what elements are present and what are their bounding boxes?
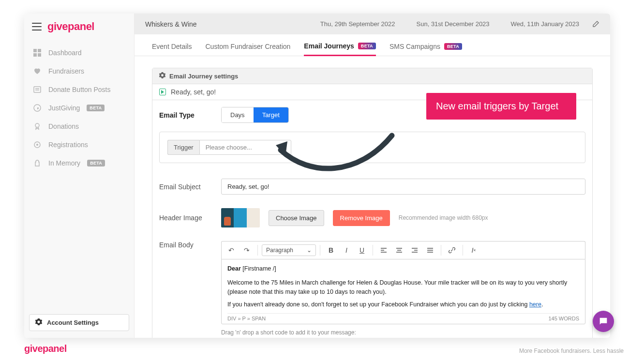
remove-image-button[interactable]: Remove Image [333, 210, 390, 226]
account-settings-button[interactable]: Account Settings [29, 314, 129, 331]
sidebar: givepanel Dashboard Fundraisers Donate B… [24, 14, 135, 338]
sidebar-item-label: Fundraisers [48, 67, 84, 75]
sidebar-item-dashboard[interactable]: Dashboard [24, 44, 134, 62]
align-right-icon[interactable] [408, 243, 421, 257]
gear-icon [35, 318, 42, 327]
date-1: Thu, 29th September 2022 [320, 20, 395, 28]
toolbar-separator [320, 245, 320, 256]
paragraph-select[interactable]: Paragraph⌄ [262, 244, 316, 256]
sidebar-item-registrations[interactable]: Registrations [24, 136, 134, 154]
topbar: Whiskers & Wine Thu, 29th September 2022… [135, 14, 610, 34]
svg-point-8 [35, 123, 39, 127]
subject-input[interactable] [221, 179, 585, 195]
page-footer: givepanel More Facebook fundraisers. Les… [24, 343, 624, 354]
email-body-row: Email Body ↶ ↷ Paragraph⌄ B I U [152, 234, 592, 338]
main: Whiskers & Wine Thu, 29th September 2022… [135, 14, 610, 338]
chat-icon [598, 316, 609, 327]
toolbar-separator [441, 245, 441, 256]
undo-icon[interactable]: ↶ [225, 243, 238, 257]
sidebar-item-donations[interactable]: Donations [24, 117, 134, 136]
align-left-icon[interactable] [377, 243, 390, 257]
link-icon[interactable] [445, 243, 459, 257]
tab-event-details[interactable]: Event Details [152, 42, 192, 56]
date-3: Wed, 11th January 2023 [511, 20, 579, 28]
salutation-prefix: Dear [227, 265, 242, 272]
panel-title: Email Journey settings [169, 73, 238, 80]
justgiving-icon [33, 104, 42, 112]
hamburger-icon[interactable] [32, 23, 42, 30]
svg-rect-3 [38, 53, 41, 57]
email-type-days-button[interactable]: Days [222, 107, 254, 122]
trigger-select-value: Please choose... [206, 144, 252, 151]
trigger-box: Trigger Please choose... [159, 132, 585, 163]
svg-rect-2 [33, 53, 37, 57]
post-icon [33, 85, 42, 94]
panel-header: Email Journey settings [152, 68, 592, 84]
sidebar-item-label: Donations [48, 122, 79, 130]
tab-custom-fundraiser-creation[interactable]: Custom Fundraiser Creation [205, 42, 290, 56]
bold-icon[interactable]: B [324, 243, 338, 257]
heart-icon [33, 67, 42, 76]
shortcodes-list[interactable]: [Firstname /][Lastname /][Email /][Event… [221, 338, 585, 338]
toolbar-separator [257, 245, 258, 256]
paragraph-select-label: Paragraph [266, 247, 293, 254]
italic-icon[interactable]: I [340, 243, 353, 257]
tab-label: Custom Fundraiser Creation [205, 43, 290, 50]
beta-badge: BETA [87, 160, 105, 166]
medal-icon [33, 122, 42, 131]
brand-logo: givepanel [47, 20, 94, 33]
target-icon [33, 140, 42, 149]
tab-email-journeys[interactable]: Email Journeys BETA [304, 42, 376, 56]
email-type-target-button[interactable]: Target [254, 107, 288, 122]
date-2: Sun, 31st December 2023 [417, 20, 490, 28]
tab-label: Event Details [152, 43, 192, 50]
editor-link-here[interactable]: here [529, 301, 541, 308]
topbar-dates: Thu, 29th September 2022 Sun, 31st Decem… [320, 20, 579, 28]
tab-sms-campaigns[interactable]: SMS Campaigns BETA [389, 42, 462, 56]
footer-tagline: More Facebook fundraisers. Less hassle [519, 348, 624, 354]
sidebar-item-justgiving[interactable]: JustGiving BETA [24, 99, 134, 117]
trigger-select[interactable]: Please choose... [199, 140, 291, 155]
subject-row: Email Subject [152, 172, 592, 201]
clear-format-icon[interactable]: I× [467, 243, 480, 257]
beta-badge: BETA [444, 43, 462, 50]
editor-paragraph-2: If you haven't already done so, don't fo… [227, 300, 579, 309]
editor-body[interactable]: Dear [Firstname /] Welcome to the 75 Mil… [221, 259, 585, 324]
choose-image-button[interactable]: Choose Image [269, 210, 324, 226]
email-type-label: Email Type [159, 111, 212, 119]
sidebar-item-in-memory[interactable]: In Memory BETA [24, 154, 134, 172]
beta-badge: BETA [358, 43, 376, 49]
email-body-label: Email Body [159, 241, 212, 249]
toolbar-separator [463, 245, 463, 256]
tabs: Event Details Custom Fundraiser Creation… [135, 34, 610, 56]
sidebar-item-fundraisers[interactable]: Fundraisers [24, 62, 134, 80]
sidebar-item-label: In Memory [48, 159, 80, 167]
header-image-label: Header Image [159, 214, 212, 222]
editor-wrap: ↶ ↷ Paragraph⌄ B I U [221, 241, 585, 338]
chat-bubble-button[interactable] [593, 311, 614, 332]
underline-icon[interactable]: U [355, 243, 369, 257]
align-center-icon[interactable] [392, 243, 406, 257]
play-icon [159, 89, 166, 95]
toolbar-separator [373, 245, 373, 256]
beta-badge: BETA [87, 105, 105, 111]
panel-subtitle: Ready, set, go! [171, 88, 216, 96]
sidebar-item-label: Registrations [48, 141, 88, 149]
account-settings-label: Account Settings [47, 319, 99, 326]
header-image-row: Header Image Choose Image Remove Image R… [152, 201, 592, 234]
align-justify-icon[interactable] [423, 243, 437, 257]
editor-paragraph-1: Welcome to the 75 Miles in March challen… [227, 278, 579, 297]
sidebar-item-donate-button-posts[interactable]: Donate Button Posts [24, 80, 134, 99]
editor-p2-a: If you haven't already done so, don't fo… [227, 301, 529, 308]
svg-rect-0 [33, 49, 37, 52]
gear-icon [159, 72, 165, 80]
edit-icon[interactable] [592, 20, 599, 30]
tab-label: Email Journeys [304, 42, 354, 50]
editor-p2-b: . [541, 301, 543, 308]
shortcodes-hint: Drag 'n' drop a short code to add it to … [221, 329, 585, 336]
header-image-thumbnail[interactable] [221, 208, 260, 227]
sidebar-top: givepanel [24, 14, 134, 42]
chevron-down-icon: ⌄ [307, 247, 312, 254]
redo-icon[interactable]: ↷ [240, 243, 254, 257]
sidebar-item-label: Donate Button Posts [48, 86, 110, 93]
